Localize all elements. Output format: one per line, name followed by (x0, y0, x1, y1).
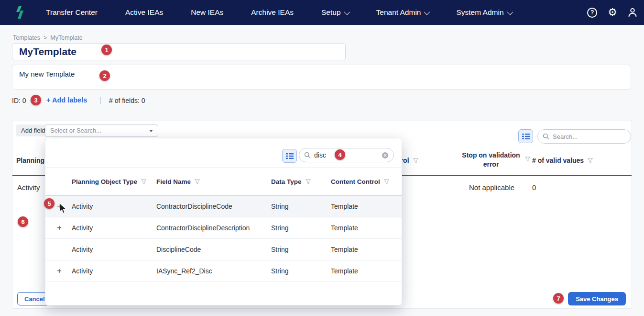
popup-header-field-name: Field Name (156, 178, 271, 185)
nav-setup[interactable]: Setup (321, 8, 349, 17)
nav-label: System Admin (456, 8, 503, 17)
popup-header-planning-object-type: Planning Object Type (72, 178, 156, 185)
cell-planning-object-type: Activity (72, 267, 156, 275)
cell-data-type: String (271, 203, 331, 210)
cell-data-type: String (271, 267, 331, 275)
add-field-button[interactable]: + (45, 266, 72, 276)
filter-icon[interactable] (306, 179, 311, 184)
nav-label: New IEAs (191, 8, 223, 17)
popup-search-input[interactable] (314, 151, 378, 159)
nav-system-admin[interactable]: System Admin (456, 8, 511, 17)
popup-table-row[interactable]: + Activity IASync_Ref2_Disc String Templ… (45, 260, 402, 282)
filter-icon[interactable] (588, 158, 593, 163)
filter-icon[interactable] (525, 157, 530, 162)
user-icon[interactable] (628, 8, 637, 17)
cell-planning-object-type: Activity (72, 224, 156, 232)
page: Transfer Center Active IEAs New IEAs Arc… (0, 0, 644, 316)
filter-icon[interactable] (195, 179, 200, 184)
popup-header-content-control: Content Control (331, 178, 403, 185)
nav-archive-ieas[interactable]: Archive IEAs (251, 8, 294, 17)
popup-table-row[interactable]: + Activity ContractorDisciplineDescripti… (45, 217, 402, 239)
filter-icon[interactable] (141, 179, 146, 184)
header-label: # of valid values (532, 157, 584, 164)
breadcrumb-current: MyTemplate (50, 34, 82, 41)
cell-field-name: ContractorDisciplineDescription (156, 224, 271, 232)
chevron-down-icon (149, 130, 153, 132)
header-label: Field Name (156, 178, 191, 185)
nav-label: Tenant Admin (376, 8, 421, 17)
annotation-badge-7: 7 (553, 293, 564, 304)
meta-divider: | (99, 96, 101, 104)
template-id: ID: 0 (12, 97, 26, 104)
fields-card: Add fields Select or Search... Planning … (12, 121, 632, 309)
cell-field-name: IASync_Ref2_Disc (156, 267, 271, 275)
cell-field-name: DisciplineCode (156, 246, 271, 253)
cell-content-control: Template (331, 203, 403, 210)
field-select-placeholder: Select or Search... (50, 127, 101, 134)
header-label: Content Control (331, 178, 380, 185)
popup-table-header: Planning Object Type Field Name Data Typ… (45, 167, 402, 196)
search-icon (543, 133, 549, 140)
cursor-icon (58, 203, 67, 215)
popup-table-row[interactable]: + Activity ContractorDisciplineCode Stri… (45, 196, 402, 217)
top-navbar: Transfer Center Active IEAs New IEAs Arc… (0, 0, 644, 25)
table-search-input[interactable] (553, 133, 626, 140)
template-name-value: MyTemplate (19, 46, 76, 57)
row-valid-values: 0 (532, 183, 536, 192)
column-chooser-button[interactable] (518, 129, 533, 143)
fields-count: # of fields: 0 (109, 97, 145, 104)
nav-new-ieas[interactable]: New IEAs (191, 8, 223, 17)
app-logo-icon (14, 6, 25, 19)
nav-transfer-center[interactable]: Transfer Center (46, 8, 98, 17)
annotation-badge-4: 4 (335, 149, 345, 160)
nav-label: Setup (321, 8, 341, 17)
filter-icon[interactable] (384, 179, 389, 184)
breadcrumb: Templates > MyTemplate (13, 34, 83, 41)
save-changes-button[interactable]: Save Changes (568, 292, 626, 305)
filter-stop-on-validation (525, 157, 530, 162)
template-description-value: My new Template (19, 70, 75, 78)
chevron-down-icon (424, 9, 430, 15)
cell-planning-object-type: Activity (72, 203, 156, 210)
nav-tenant-admin[interactable]: Tenant Admin (376, 8, 429, 17)
nav-icons: ? ⚙ (587, 7, 637, 18)
header-label: Data Type (271, 178, 302, 185)
cell-data-type: String (271, 246, 331, 253)
popup-table: Planning Object Type Field Name Data Typ… (45, 167, 402, 282)
header-label: Stop on validation error (462, 151, 520, 168)
cell-planning-object-type: Activity (72, 246, 156, 253)
table-search[interactable] (537, 129, 631, 144)
clear-search-icon[interactable] (382, 152, 389, 159)
annotation-badge-6: 6 (18, 216, 28, 227)
annotation-badge-2: 2 (99, 70, 110, 81)
add-labels-link[interactable]: + Add labels (46, 96, 87, 104)
popup-search[interactable] (299, 148, 394, 162)
meta-row: ID: 0 + Add labels | # of fields: 0 (12, 96, 251, 105)
cell-data-type: String (271, 224, 331, 232)
app-logo[interactable] (14, 6, 25, 19)
cell-content-control: Template (331, 224, 403, 232)
annotation-badge-3: 3 (31, 95, 41, 105)
columns-icon (286, 153, 294, 159)
add-field-button[interactable]: + (45, 223, 72, 233)
field-select-dropdown[interactable]: Select or Search... (45, 124, 158, 137)
template-name-input[interactable]: MyTemplate (12, 43, 346, 60)
annotation-badge-5: 5 (44, 198, 55, 209)
gear-icon[interactable]: ⚙ (608, 7, 617, 18)
breadcrumb-templates[interactable]: Templates (13, 34, 40, 41)
breadcrumb-separator: > (44, 34, 47, 41)
nav-active-ieas[interactable]: Active IEAs (125, 8, 163, 17)
columns-icon (522, 133, 530, 140)
header-stop-on-validation: Stop on validation error (455, 151, 527, 169)
help-icon[interactable]: ? (587, 8, 597, 18)
popup-column-chooser-button[interactable] (282, 149, 297, 163)
filter-icon[interactable] (413, 158, 418, 163)
header-valid-values: # of valid values (532, 157, 593, 164)
nav-items: Transfer Center Active IEAs New IEAs Arc… (25, 8, 512, 17)
search-icon (304, 152, 311, 158)
row-planning-object-type: Activity (17, 183, 40, 192)
popup-table-row[interactable]: Activity DisciplineCode String Template (45, 239, 402, 260)
row-stop-on-validation: Not applicable (469, 183, 514, 192)
annotation-badge-1: 1 (101, 45, 112, 55)
cell-field-name: ContractorDisciplineCode (156, 203, 271, 210)
